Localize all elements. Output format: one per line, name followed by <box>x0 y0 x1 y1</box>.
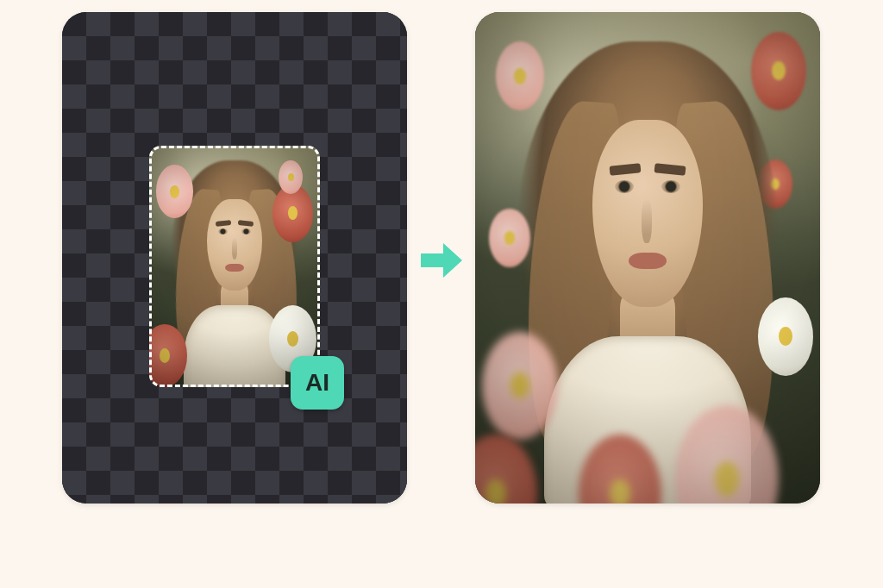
original-photo <box>149 146 320 387</box>
result-card <box>475 12 820 504</box>
portrait-illustration <box>149 146 320 387</box>
ai-chip-label: AI <box>305 369 329 397</box>
expanded-portrait-illustration <box>475 12 820 504</box>
input-canvas-card: AI <box>62 12 407 504</box>
original-image-selection[interactable]: AI <box>149 146 320 387</box>
arrow-right-icon <box>419 241 464 283</box>
ai-generate-button[interactable]: AI <box>291 356 344 410</box>
outpaint-demo-stage: AI <box>0 0 883 588</box>
